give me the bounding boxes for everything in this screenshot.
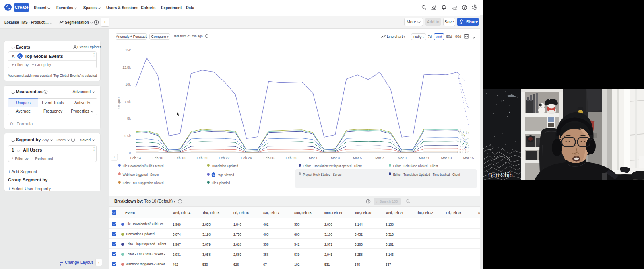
- svg-text:Feb 28: Feb 28: [286, 156, 297, 160]
- svg-text:Mar 9: Mar 9: [398, 156, 407, 160]
- svg-text:Mar 7: Mar 7: [375, 156, 384, 160]
- svg-text:Mar 13: Mar 13: [441, 156, 452, 160]
- svg-text:Feb 20: Feb 20: [197, 156, 208, 160]
- svg-text:Feb 14: Feb 14: [130, 156, 141, 160]
- svg-text:Uniques: Uniques: [117, 97, 121, 108]
- svg-text:5k: 5k: [127, 117, 131, 121]
- svg-text:Mar 3: Mar 3: [331, 156, 340, 160]
- svg-text:Feb 24: Feb 24: [241, 156, 252, 160]
- svg-text:10k: 10k: [125, 82, 131, 86]
- svg-text:Mar 5: Mar 5: [353, 156, 362, 160]
- svg-text:Mar 11: Mar 11: [419, 156, 429, 160]
- svg-text:0: 0: [129, 151, 131, 155]
- svg-text:Mar 15: Mar 15: [463, 156, 474, 160]
- svg-text:12.5k: 12.5k: [122, 66, 131, 70]
- svg-text:Mar 1: Mar 1: [309, 156, 318, 160]
- svg-text:Feb 16: Feb 16: [153, 156, 163, 160]
- svg-text:2.5k: 2.5k: [124, 134, 131, 138]
- svg-text:15k: 15k: [125, 48, 131, 52]
- svg-text:Feb 22: Feb 22: [219, 156, 230, 160]
- svg-text:Feb 26: Feb 26: [264, 156, 275, 160]
- svg-text:Feb 18: Feb 18: [175, 156, 186, 160]
- svg-text:7.5k: 7.5k: [124, 100, 131, 104]
- svg-text:‹: ‹: [114, 155, 115, 160]
